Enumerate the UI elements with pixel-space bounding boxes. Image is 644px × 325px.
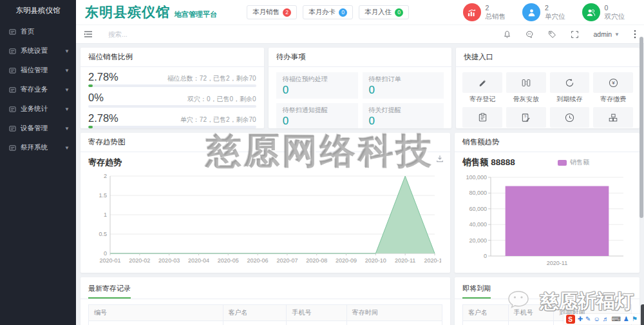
todo-label: 待祭扫通知提醒	[283, 106, 352, 115]
column-header: 客户名	[463, 305, 509, 321]
chip-month-sales[interactable]: 本月销售 2	[247, 5, 297, 19]
chip-month-cards[interactable]: 本月办卡 0	[303, 5, 353, 19]
table-row[interactable]: REG-186420201114144615 哈吉斯 2020-11-14 14…	[89, 321, 442, 325]
svg-text:2: 2	[104, 173, 107, 179]
main-area: 东明县殡仪馆 地宫管理平台 本月销售 2 本月办卡 0 本月入住 0 2总销售	[76, 0, 644, 325]
grid-icon	[9, 106, 16, 113]
chevron-down-icon: ▼	[64, 145, 70, 151]
count-badge: 0	[395, 8, 403, 17]
message-icon[interactable]	[526, 30, 534, 39]
tabs: 最新寄存记录	[80, 277, 450, 299]
ime-keyboard-icon[interactable]: ⌨	[612, 316, 621, 322]
sidebar-item-niche-management[interactable]: 福位管理 ▼	[0, 61, 76, 80]
sidebar-item-business-stats[interactable]: 业务统计 ▼	[0, 99, 76, 119]
booking-icon: ?	[521, 113, 531, 123]
sidebar-item-system-settings[interactable]: 系统设置 ▼	[0, 41, 76, 61]
ime-move-icon[interactable]: ✚	[578, 316, 583, 322]
quick-entry-renew[interactable]: 到期续存	[550, 72, 590, 104]
sales-amount-title: 销售额 88888	[462, 157, 515, 168]
svg-text:0.5: 0.5	[99, 231, 107, 237]
kebab-menu-icon[interactable]	[634, 30, 636, 39]
chip-month-checkin[interactable]: 本月入住 0	[359, 5, 409, 19]
chart-title: 寄存趋势	[88, 157, 122, 168]
sidebar-item-home[interactable]: 首页	[0, 22, 76, 41]
ime-emoji-icon[interactable]: ☺	[593, 316, 600, 322]
ime-logo-icon[interactable]: S	[566, 315, 575, 324]
user-menu[interactable]: admin ▼	[593, 30, 620, 38]
chevron-down-icon: ▼	[64, 106, 70, 112]
quick-entry-label: 寄存缴费	[600, 95, 626, 104]
todo-item: 待关灯提醒0	[363, 103, 444, 128]
chevron-down-icon: ▼	[64, 48, 70, 54]
grid-icon	[9, 125, 16, 132]
ratio-note: 单穴：72，已售2，剩余70	[180, 115, 256, 124]
svg-text:2020-10: 2020-10	[365, 257, 386, 264]
svg-text:2020-05: 2020-05	[218, 257, 239, 264]
panel-title: 销售额趋势	[455, 133, 639, 152]
quick-entry-niche-booking[interactable]: ? 福位预约	[506, 107, 546, 128]
download-icon[interactable]	[436, 155, 444, 162]
todo-label: 待祭扫订单	[369, 75, 438, 84]
chart-legend[interactable]: 销售额	[515, 158, 632, 167]
cell-phone	[508, 321, 554, 325]
grid-icon	[9, 144, 16, 152]
quick-entry-ash-placement[interactable]: 骨灰安放	[506, 72, 546, 104]
panel-deposit-trend: 寄存趋势图 寄存趋势 00.511.522020-012020-022020-0…	[80, 133, 450, 273]
ime-handle[interactable]	[641, 304, 644, 325]
svg-text:80,000: 80,000	[469, 190, 487, 196]
chart-bars-icon	[463, 3, 481, 21]
svg-text:2020-12: 2020-12	[424, 257, 441, 264]
renew-icon	[565, 78, 574, 88]
quick-entry-payment[interactable]: ¥ 寄存缴费	[593, 72, 633, 104]
ratio-percent: 2.78%	[88, 112, 118, 124]
chevron-down-icon: ▼	[64, 126, 70, 132]
panel-sales-trend: 销售额趋势 销售额 88888 销售额 020,00040,00060,0008…	[455, 133, 639, 273]
ime-account-icon[interactable]: ♟	[623, 316, 629, 322]
svg-text:?: ?	[524, 115, 526, 119]
sales-trend-chart: 020,00040,00060,00080,000100,0002020-11	[461, 171, 630, 273]
month-stat-chips: 本月销售 2 本月办卡 0 本月入住 0	[247, 5, 409, 19]
sidebar-item-label: 祭拜系统	[21, 143, 63, 152]
ime-voice-icon[interactable]: ♬	[603, 316, 609, 322]
cell-deposit-time: 2020-11-14 14:47:30	[346, 321, 442, 325]
svg-text:2020-04: 2020-04	[188, 257, 209, 264]
stat-single-niche: 2单穴位	[522, 3, 565, 21]
scrollbar-thumb[interactable]	[639, 37, 643, 218]
grid-icon	[9, 48, 16, 55]
panel-latest-records: 最新寄存记录 编号 客户名 手机号 寄存时间 REG-1864202011141…	[80, 277, 450, 325]
column-header: 手机号	[508, 305, 554, 321]
deposit-trend-chart: 00.511.522020-012020-022020-032020-04202…	[88, 171, 441, 269]
chevron-down-icon: ▼	[64, 87, 70, 93]
stat-label: 单穴位	[545, 12, 565, 21]
fullscreen-icon[interactable]	[571, 30, 579, 39]
count-badge: 0	[339, 8, 347, 17]
sidebar-item-deposit-business[interactable]: 寄存业务 ▼	[0, 80, 76, 99]
search-input[interactable]	[107, 30, 206, 39]
quick-entry-goods-management[interactable]: 祭品管理	[593, 107, 633, 128]
app-header: 东明县殡仪馆 地宫管理平台 本月销售 2 本月办卡 0 本月入住 0 2总销售	[76, 0, 644, 25]
svg-text:2020-11: 2020-11	[395, 257, 415, 264]
quick-entry-sacrifice-orders[interactable]: 祭祀订单	[462, 107, 502, 128]
grid-icon	[9, 67, 16, 74]
sidebar-item-device-management[interactable]: 设备管理 ▼	[0, 119, 76, 138]
tab-latest-records[interactable]: 最新寄存记录	[88, 284, 131, 299]
panel-title: 福位销售比例	[80, 48, 264, 67]
ime-pen-icon[interactable]: ✎	[585, 316, 591, 322]
grid-icon	[9, 28, 16, 35]
sidebar-item-worship-system[interactable]: 祭拜系统 ▼	[0, 138, 76, 157]
column-header: 手机号	[287, 305, 346, 321]
todo-value: 0	[283, 84, 352, 97]
quick-entry-sacrifice-reminder[interactable]: 祭祀提醒	[550, 107, 590, 128]
order-icon	[478, 113, 488, 123]
goods-icon	[608, 113, 618, 123]
quick-entry-deposit-register[interactable]: 寄存登记	[462, 72, 502, 104]
ime-skin-icon[interactable]: ⚑	[632, 316, 638, 322]
tab-expiring[interactable]: 即将到期	[462, 284, 491, 299]
records-table: 编号 客户名 手机号 寄存时间 REG-186420201114144615 哈…	[88, 304, 442, 325]
tag-icon[interactable]	[548, 30, 556, 39]
bell-icon[interactable]	[503, 30, 511, 39]
collapse-sidebar-icon[interactable]	[84, 30, 93, 38]
svg-text:0: 0	[104, 250, 107, 257]
svg-text:2020-02: 2020-02	[129, 257, 150, 264]
quick-entry-label: 骨灰安放	[513, 95, 539, 104]
